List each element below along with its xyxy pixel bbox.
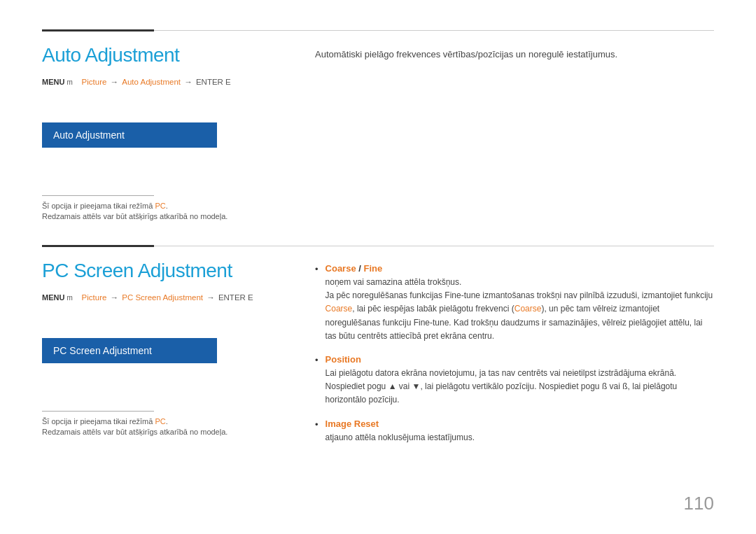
menu-arrow-2b: → xyxy=(206,293,217,302)
bullet-title-image-reset: Image Reset xyxy=(326,419,714,429)
menu-arrow-1a: → xyxy=(111,78,121,86)
spacer4 xyxy=(42,376,294,411)
note2-orange: PC xyxy=(155,417,165,426)
position-body2: Nospiediet pogu ▲ vai ▼, lai pielāgotu v… xyxy=(326,380,714,407)
menu-auto-adj: Auto Adjustment xyxy=(122,78,181,86)
menu-label-2: MENU xyxy=(42,293,66,302)
bullet-dot-1: • xyxy=(315,264,318,274)
section2-divider xyxy=(42,411,154,412)
section-auto-adjustment: Auto Adjustment MENU m Picture → Auto Ad… xyxy=(42,44,714,223)
coarse-body1: noņem vai samazina attēla trokšņus. xyxy=(326,276,714,289)
menu-arrow-1b: → xyxy=(184,78,195,86)
rule-left xyxy=(42,29,154,31)
spacer2 xyxy=(42,160,294,195)
menu-label-1: MENU xyxy=(42,78,66,86)
bullet-dot-3: • xyxy=(315,419,318,430)
bullet-content-image-reset: Image Reset atjauno attēla noklusējuma i… xyxy=(326,419,714,444)
section-right-auto: Automātiski pielāgo frekvences vērtības/… xyxy=(315,44,714,223)
section1-title: Auto Adjustment xyxy=(42,44,294,66)
mid-rule-right xyxy=(154,246,714,246)
bullet-item-position: • Position Lai pielāgotu datora ekrāna n… xyxy=(315,354,714,407)
menu-pc-screen-adj: PC Screen Adjustment xyxy=(122,293,203,302)
section-right-pc: • Coarse / Fine noņem vai samazina attēl… xyxy=(315,260,714,456)
spacer3 xyxy=(42,317,294,338)
bullet-item-image-reset: • Image Reset atjauno attēla noklusējuma… xyxy=(315,419,714,444)
section1-note1: Šī opcija ir pieejama tikai režīmā PC. xyxy=(42,202,294,210)
ui-button-auto-adj-label: Auto Adjustment xyxy=(53,129,125,141)
section2-title: PC Screen Adjustment xyxy=(42,260,294,282)
position-label: Position xyxy=(326,354,361,365)
sections-wrapper: Auto Adjustment MENU m Picture → Auto Ad… xyxy=(42,44,714,506)
top-rule xyxy=(42,28,714,31)
menu-picture-2: Picture xyxy=(82,293,107,302)
section2-note2: Redzamais attēls var būt atšķirīgs atkar… xyxy=(42,428,294,436)
section1-description: Automātiski pielāgo frekvences vērtības/… xyxy=(315,48,714,62)
bullet-title-position: Position xyxy=(326,354,714,365)
menu-picture-1: Picture xyxy=(82,78,107,86)
bullet-title-coarse: Coarse / Fine xyxy=(326,263,714,274)
note1-orange: PC xyxy=(155,202,165,210)
coarse-slash: / xyxy=(358,263,363,274)
coarse-inline-2: Coarse xyxy=(514,304,542,314)
section2-note1: Šī opcija ir pieejama tikai režīmā PC. xyxy=(42,417,294,426)
ui-button-pc-screen: PC Screen Adjustment xyxy=(42,338,217,363)
menu-enter-2: ENTER E xyxy=(218,293,253,302)
section1-note2: Redzamais attēls var būt atšķirīgs atkar… xyxy=(42,212,294,220)
bullet-item-coarse: • Coarse / Fine noņem vai samazina attēl… xyxy=(315,263,714,343)
image-reset-body: atjauno attēla noklusējuma iestatījumus. xyxy=(326,431,714,444)
bullet-list: • Coarse / Fine noņem vai samazina attēl… xyxy=(315,263,714,444)
menu-icon-1: m xyxy=(66,78,72,86)
menu-arrow-2a: → xyxy=(111,293,121,302)
section-left-pc: PC Screen Adjustment MENU m Picture → PC… xyxy=(42,260,315,456)
coarse-label: Coarse xyxy=(326,263,356,274)
spacer1 xyxy=(42,101,294,122)
mid-rule xyxy=(42,244,714,247)
section1-menu-path: MENU m Picture → Auto Adjustment → ENTER… xyxy=(42,78,294,86)
coarse-inline-1: Coarse xyxy=(326,304,353,314)
menu-enter-1: ENTER E xyxy=(196,78,231,86)
page-container: Auto Adjustment MENU m Picture → Auto Ad… xyxy=(0,0,756,534)
rule-right xyxy=(154,30,714,31)
fine-label: Fine xyxy=(364,263,383,274)
section-left-auto: Auto Adjustment MENU m Picture → Auto Ad… xyxy=(42,44,315,223)
bullet-content-position: Position Lai pielāgotu datora ekrāna nov… xyxy=(326,354,714,407)
ui-button-pc-screen-label: PC Screen Adjustment xyxy=(53,345,152,356)
bullet-content-coarse: Coarse / Fine noņem vai samazina attēla … xyxy=(326,263,714,343)
ui-button-auto-adj: Auto Adjustment xyxy=(42,122,217,148)
position-body1: Lai pielāgotu datora ekrāna novietojumu,… xyxy=(326,367,714,380)
mid-rule-left xyxy=(42,245,154,247)
image-reset-label: Image Reset xyxy=(326,419,379,429)
section1-divider xyxy=(42,195,154,196)
section-pc-screen: PC Screen Adjustment MENU m Picture → PC… xyxy=(42,260,714,456)
section-gap xyxy=(42,223,714,244)
page-number: 110 xyxy=(684,493,714,514)
coarse-body2: Ja pēc noregulēšanas funkcijas Fine-tune… xyxy=(326,289,714,343)
menu-icon-2: m xyxy=(66,294,72,302)
section2-menu-path: MENU m Picture → PC Screen Adjustment → … xyxy=(42,293,294,302)
bullet-dot-2: • xyxy=(315,355,318,365)
